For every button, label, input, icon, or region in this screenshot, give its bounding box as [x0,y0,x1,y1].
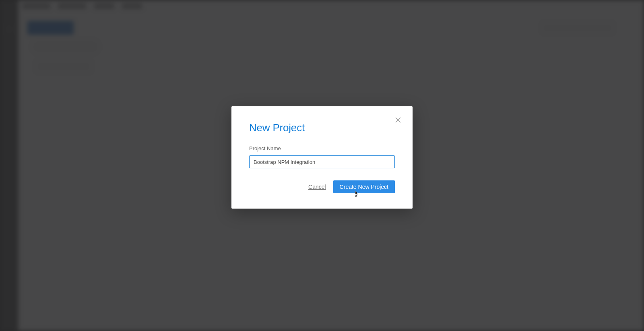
cancel-button[interactable]: Cancel [308,184,326,190]
new-project-modal: New Project Project Name Cancel Create N… [231,106,413,209]
modal-overlay[interactable]: New Project Project Name Cancel Create N… [0,0,644,331]
modal-title: New Project [249,122,395,134]
project-name-label: Project Name [249,145,395,151]
create-project-button[interactable]: Create New Project [333,180,395,193]
modal-actions: Cancel Create New Project [249,180,395,193]
project-name-input[interactable] [249,155,395,168]
close-icon[interactable] [394,116,402,124]
